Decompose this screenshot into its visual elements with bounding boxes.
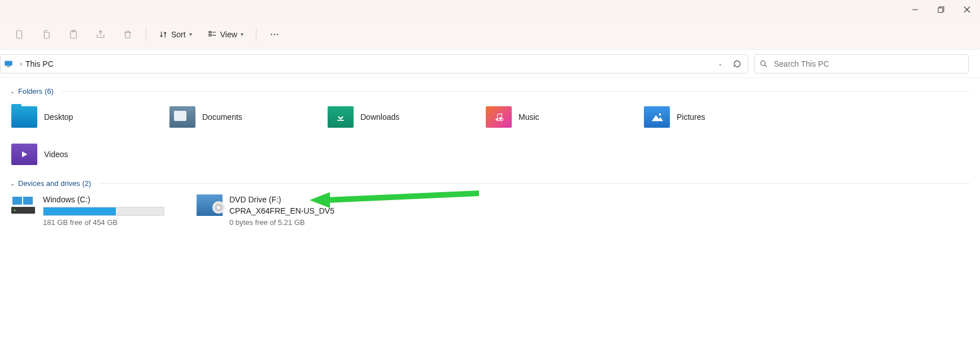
storage-bar (43, 207, 164, 216)
folders-grid: Desktop Documents Downloads Music Pictur… (10, 99, 980, 176)
sort-dropdown[interactable]: Sort ▾ (153, 23, 198, 46)
folder-downloads[interactable]: Downloads (326, 103, 485, 131)
view-label: View (220, 30, 237, 39)
collapse-icon: ⌄ (10, 180, 15, 187)
svg-point-17 (500, 117, 502, 119)
drives-group-label: Devices and drives (2) (18, 179, 91, 188)
content-area: ⌄ Folders (6) Desktop Documents Download… (0, 78, 980, 227)
svg-point-19 (659, 114, 661, 116)
search-icon (759, 59, 768, 68)
sort-label: Sort (171, 30, 186, 39)
svg-rect-3 (17, 31, 22, 38)
drive-free-text: 181 GB free of 454 GB (43, 218, 164, 227)
collapse-icon: ⌄ (10, 88, 15, 94)
svg-rect-8 (209, 34, 211, 36)
more-button[interactable] (263, 23, 286, 46)
svg-point-22 (14, 210, 16, 211)
drives-group-header[interactable]: ⌄ Devices and drives (2) (10, 176, 980, 191)
svg-point-10 (274, 33, 275, 34)
refresh-button[interactable] (729, 55, 746, 72)
address-history-button[interactable]: ⌄ (712, 55, 729, 72)
storage-bar-fill (43, 207, 116, 215)
svg-point-16 (495, 119, 498, 121)
search-input[interactable] (773, 59, 964, 69)
folder-label: Music (519, 112, 539, 122)
svg-point-11 (277, 33, 278, 34)
navigation-row: › This PC ⌄ (0, 50, 980, 78)
copy-button[interactable] (35, 23, 58, 46)
desktop-icon (11, 106, 37, 128)
share-button[interactable] (89, 23, 112, 46)
documents-icon (169, 106, 195, 128)
svg-rect-15 (337, 120, 344, 121)
folder-pictures[interactable]: Pictures (643, 103, 801, 131)
separator (256, 28, 256, 41)
svg-rect-23 (12, 197, 22, 205)
folder-label: Documents (202, 112, 242, 122)
folder-videos[interactable]: Videos (10, 141, 168, 168)
drive-volume-label: CPRA_X64FRE_EN-US_DV5 (229, 206, 334, 216)
view-dropdown[interactable]: View ▾ (202, 23, 249, 46)
svg-rect-2 (938, 8, 943, 12)
folder-label: Desktop (44, 112, 73, 122)
new-button[interactable] (8, 23, 31, 46)
drive-name: Windows (C:) (43, 194, 164, 205)
downloads-icon (328, 106, 354, 128)
chevron-down-icon: ⌄ (718, 60, 722, 67)
folder-label: Videos (44, 150, 68, 159)
view-icon (208, 30, 217, 39)
divider (62, 91, 970, 92)
folder-desktop[interactable]: Desktop (10, 103, 168, 131)
drive-c-icon (10, 194, 36, 216)
pictures-icon (644, 106, 670, 128)
toolbar: Sort ▾ View ▾ (0, 19, 980, 50)
folder-label: Downloads (360, 112, 399, 122)
chevron-down-icon: ▾ (241, 31, 243, 37)
svg-rect-0 (912, 10, 918, 10)
address-bar[interactable]: › This PC ⌄ (0, 54, 748, 73)
svg-rect-13 (7, 66, 10, 67)
drive-dvd-f[interactable]: DVD Drive (F:) CPRA_X64FRE_EN-US_DV5 0 b… (197, 194, 377, 227)
folders-group-label: Folders (6) (18, 87, 54, 96)
divider (99, 183, 970, 184)
minimize-button[interactable] (902, 0, 928, 19)
this-pc-icon (4, 59, 13, 68)
music-icon (486, 106, 512, 128)
chevron-down-icon: ▾ (189, 31, 192, 37)
drive-name: DVD Drive (F:) (229, 194, 334, 205)
folder-music[interactable]: Music (485, 103, 643, 131)
close-button[interactable] (954, 0, 980, 19)
svg-rect-24 (23, 197, 33, 205)
paste-button[interactable] (62, 23, 85, 46)
chevron-right-icon: › (20, 60, 22, 68)
dvd-drive-icon (197, 194, 223, 216)
address-location: This PC (25, 59, 54, 68)
svg-marker-20 (22, 151, 27, 158)
drives-row: Windows (C:) 181 GB free of 454 GB DVD D… (10, 191, 980, 227)
sort-icon (159, 30, 168, 39)
svg-marker-18 (652, 115, 663, 121)
svg-point-9 (271, 33, 272, 34)
folder-documents[interactable]: Documents (168, 103, 326, 131)
folders-group-header[interactable]: ⌄ Folders (6) (10, 84, 980, 99)
svg-rect-4 (44, 32, 49, 38)
search-box[interactable] (754, 54, 969, 73)
maximize-button[interactable] (928, 0, 954, 19)
delete-button[interactable] (116, 23, 139, 46)
title-bar (0, 0, 980, 19)
videos-icon (11, 144, 37, 165)
folder-label: Pictures (677, 112, 705, 122)
svg-point-14 (761, 60, 765, 65)
svg-rect-12 (5, 60, 12, 66)
drive-windows-c[interactable]: Windows (C:) 181 GB free of 454 GB (10, 194, 180, 227)
svg-rect-7 (209, 31, 211, 33)
separator (146, 28, 146, 41)
drive-free-text: 0 bytes free of 5.21 GB (229, 218, 334, 227)
